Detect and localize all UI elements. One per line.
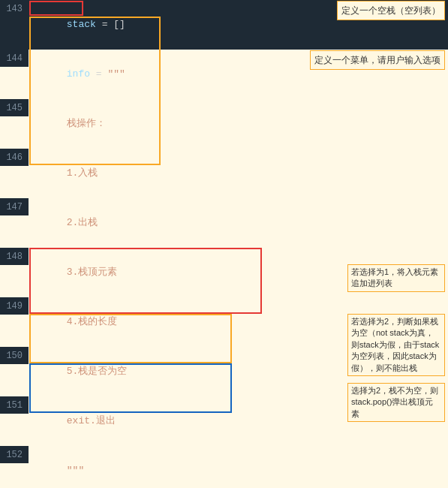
code-editor: 143 stack = [] 定义一个空栈（空列表） 144 info = ""… — [0, 0, 448, 488]
line-147: 147 2.出栈 — [0, 198, 448, 248]
line-145: 145 栈操作： — [0, 99, 448, 149]
line-num-143: 143 — [0, 0, 29, 17]
line-152: 152 """ — [0, 446, 448, 488]
line-num-147: 147 — [0, 198, 29, 215]
line-content-146: 1.入栈 — [29, 149, 448, 198]
line-content-145: 栈操作： — [29, 99, 448, 149]
line-num-149: 149 — [0, 297, 29, 315]
var-stack: stack — [67, 19, 96, 30]
ann-stack-def: 定义一个空栈（空列表） — [337, 1, 445, 20]
line-146: 146 1.入栈 — [0, 149, 448, 198]
ann-elif2: 若选择为2，判断如果栈为空（not stack为真，则stack为假，由于sta… — [347, 314, 445, 376]
ann-info-def: 定义一个菜单，请用户输入选项 — [310, 50, 445, 70]
ann-else2: 选择为2，栈不为空，则stack.pop()弹出栈顶元素 — [347, 383, 445, 422]
ann-if1: 若选择为1，将入栈元素追加进列表 — [347, 264, 445, 292]
line-144: 144 info = """ 定义一个菜单，请用户输入选项 — [0, 50, 448, 99]
line-num-152: 152 — [0, 446, 29, 463]
line-content-152: """ — [29, 446, 448, 488]
line-num-148: 148 — [0, 248, 29, 265]
line-num-151: 151 — [0, 396, 29, 414]
line-num-146: 146 — [0, 149, 29, 166]
line-num-150: 150 — [0, 347, 29, 364]
line-content-147: 2.出栈 — [29, 198, 448, 248]
line-num-145: 145 — [0, 99, 29, 116]
line-143: 143 stack = [] 定义一个空栈（空列表） — [0, 0, 448, 50]
line-num-144: 144 — [0, 50, 29, 67]
